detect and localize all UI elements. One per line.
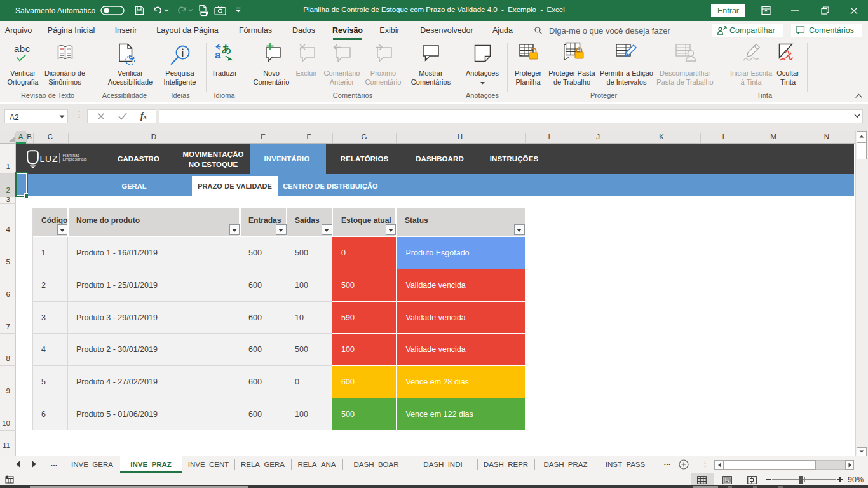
svg-text:あ: あ <box>222 43 231 55</box>
svg-text:a: a <box>215 49 221 61</box>
